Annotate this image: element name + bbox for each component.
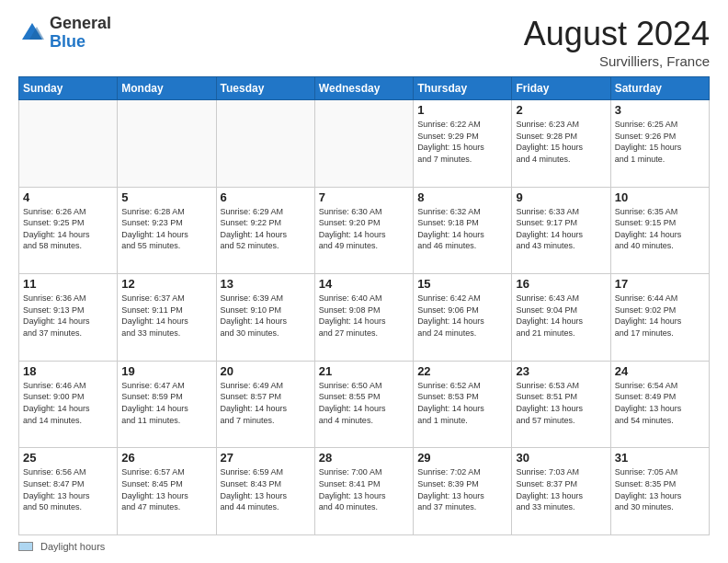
calendar-cell: 15Sunrise: 6:42 AM Sunset: 9:06 PM Dayli…	[414, 274, 512, 362]
calendar-cell: 11Sunrise: 6:36 AM Sunset: 9:13 PM Dayli…	[19, 274, 118, 362]
day-number: 14	[319, 277, 409, 291]
calendar-cell: 21Sunrise: 6:50 AM Sunset: 8:55 PM Dayli…	[314, 361, 413, 448]
day-info: Sunrise: 6:30 AM Sunset: 9:20 PM Dayligh…	[319, 206, 409, 252]
day-number: 26	[121, 451, 211, 465]
calendar-cell: 20Sunrise: 6:49 AM Sunset: 8:57 PM Dayli…	[216, 361, 314, 448]
day-number: 28	[319, 451, 409, 465]
logo-icon	[18, 19, 46, 47]
calendar-cell: 14Sunrise: 6:40 AM Sunset: 9:08 PM Dayli…	[314, 274, 413, 362]
day-info: Sunrise: 6:23 AM Sunset: 9:28 PM Dayligh…	[516, 119, 606, 165]
title-block: August 2024 Survilliers, France	[524, 15, 710, 69]
day-number: 21	[319, 364, 409, 378]
calendar-week-row: 11Sunrise: 6:36 AM Sunset: 9:13 PM Dayli…	[19, 274, 710, 362]
day-info: Sunrise: 6:22 AM Sunset: 9:29 PM Dayligh…	[417, 119, 507, 165]
calendar-day-header: Saturday	[610, 77, 709, 100]
day-number: 8	[417, 190, 507, 204]
day-info: Sunrise: 6:50 AM Sunset: 8:55 PM Dayligh…	[319, 380, 409, 426]
day-info: Sunrise: 6:49 AM Sunset: 8:57 PM Dayligh…	[221, 380, 311, 426]
day-number: 22	[417, 364, 507, 378]
calendar-cell: 10Sunrise: 6:35 AM Sunset: 9:15 PM Dayli…	[610, 187, 709, 274]
calendar-cell: 2Sunrise: 6:23 AM Sunset: 9:28 PM Daylig…	[512, 100, 610, 188]
calendar-week-row: 25Sunrise: 6:56 AM Sunset: 8:47 PM Dayli…	[19, 448, 710, 535]
calendar-cell: 18Sunrise: 6:46 AM Sunset: 9:00 PM Dayli…	[19, 361, 118, 448]
calendar-cell	[216, 100, 314, 188]
calendar-cell: 27Sunrise: 6:59 AM Sunset: 8:43 PM Dayli…	[216, 448, 314, 535]
calendar-cell: 24Sunrise: 6:54 AM Sunset: 8:49 PM Dayli…	[610, 361, 709, 448]
calendar-cell: 1Sunrise: 6:22 AM Sunset: 9:29 PM Daylig…	[414, 100, 512, 188]
day-info: Sunrise: 7:05 AM Sunset: 8:35 PM Dayligh…	[615, 466, 705, 512]
calendar-cell: 12Sunrise: 6:37 AM Sunset: 9:11 PM Dayli…	[118, 274, 216, 362]
calendar-cell: 4Sunrise: 6:26 AM Sunset: 9:25 PM Daylig…	[19, 187, 118, 274]
day-number: 4	[23, 190, 113, 204]
day-info: Sunrise: 6:46 AM Sunset: 9:00 PM Dayligh…	[23, 380, 113, 426]
day-number: 2	[516, 103, 606, 117]
calendar-cell: 29Sunrise: 7:02 AM Sunset: 8:39 PM Dayli…	[414, 448, 512, 535]
calendar-day-header: Sunday	[19, 77, 118, 100]
month-title: August 2024	[524, 15, 710, 53]
day-info: Sunrise: 6:47 AM Sunset: 8:59 PM Dayligh…	[121, 380, 211, 426]
day-number: 9	[516, 190, 606, 204]
calendar-cell: 17Sunrise: 6:44 AM Sunset: 9:02 PM Dayli…	[610, 274, 709, 362]
day-number: 1	[417, 103, 507, 117]
day-number: 17	[615, 277, 705, 291]
page: General Blue August 2024 Survilliers, Fr…	[0, 0, 728, 563]
day-number: 25	[23, 451, 113, 465]
calendar-cell: 5Sunrise: 6:28 AM Sunset: 9:23 PM Daylig…	[118, 187, 216, 274]
calendar-cell	[19, 100, 118, 188]
calendar-cell: 28Sunrise: 7:00 AM Sunset: 8:41 PM Dayli…	[314, 448, 413, 535]
day-number: 10	[615, 190, 705, 204]
calendar-cell: 22Sunrise: 6:52 AM Sunset: 8:53 PM Dayli…	[414, 361, 512, 448]
calendar-cell: 23Sunrise: 6:53 AM Sunset: 8:51 PM Dayli…	[512, 361, 610, 448]
calendar-cell: 30Sunrise: 7:03 AM Sunset: 8:37 PM Dayli…	[512, 448, 610, 535]
logo-general-text: General	[50, 15, 111, 33]
day-info: Sunrise: 6:52 AM Sunset: 8:53 PM Dayligh…	[417, 380, 507, 426]
day-info: Sunrise: 6:35 AM Sunset: 9:15 PM Dayligh…	[615, 206, 705, 252]
logo: General Blue	[18, 15, 111, 52]
day-info: Sunrise: 7:00 AM Sunset: 8:41 PM Dayligh…	[319, 466, 409, 512]
calendar-cell	[314, 100, 413, 188]
footer: Daylight hours	[18, 541, 710, 552]
calendar-cell: 13Sunrise: 6:39 AM Sunset: 9:10 PM Dayli…	[216, 274, 314, 362]
calendar-cell: 7Sunrise: 6:30 AM Sunset: 9:20 PM Daylig…	[314, 187, 413, 274]
calendar-day-header: Monday	[118, 77, 216, 100]
day-number: 27	[221, 451, 311, 465]
calendar-cell: 26Sunrise: 6:57 AM Sunset: 8:45 PM Dayli…	[118, 448, 216, 535]
calendar-week-row: 4Sunrise: 6:26 AM Sunset: 9:25 PM Daylig…	[19, 187, 710, 274]
day-number: 20	[221, 364, 311, 378]
calendar-cell: 16Sunrise: 6:43 AM Sunset: 9:04 PM Dayli…	[512, 274, 610, 362]
day-info: Sunrise: 6:56 AM Sunset: 8:47 PM Dayligh…	[23, 466, 113, 512]
calendar-cell: 9Sunrise: 6:33 AM Sunset: 9:17 PM Daylig…	[512, 187, 610, 274]
day-info: Sunrise: 7:02 AM Sunset: 8:39 PM Dayligh…	[417, 466, 507, 512]
calendar-day-header: Tuesday	[216, 77, 314, 100]
day-info: Sunrise: 6:36 AM Sunset: 9:13 PM Dayligh…	[23, 293, 113, 339]
day-info: Sunrise: 6:42 AM Sunset: 9:06 PM Dayligh…	[417, 293, 507, 339]
day-number: 18	[23, 364, 113, 378]
calendar-cell: 25Sunrise: 6:56 AM Sunset: 8:47 PM Dayli…	[19, 448, 118, 535]
day-number: 11	[23, 277, 113, 291]
calendar-day-header: Friday	[512, 77, 610, 100]
location: Survilliers, France	[524, 53, 710, 69]
day-info: Sunrise: 6:28 AM Sunset: 9:23 PM Dayligh…	[121, 206, 211, 252]
day-info: Sunrise: 6:26 AM Sunset: 9:25 PM Dayligh…	[23, 206, 113, 252]
calendar-table: SundayMondayTuesdayWednesdayThursdayFrid…	[18, 76, 710, 535]
day-info: Sunrise: 6:53 AM Sunset: 8:51 PM Dayligh…	[516, 380, 606, 426]
day-number: 6	[221, 190, 311, 204]
day-info: Sunrise: 6:59 AM Sunset: 8:43 PM Dayligh…	[221, 466, 311, 512]
header: General Blue August 2024 Survilliers, Fr…	[18, 15, 710, 69]
calendar-day-header: Thursday	[414, 77, 512, 100]
day-info: Sunrise: 6:29 AM Sunset: 9:22 PM Dayligh…	[221, 206, 311, 252]
day-number: 24	[615, 364, 705, 378]
day-number: 16	[516, 277, 606, 291]
logo-blue-text: Blue	[50, 33, 111, 52]
calendar-cell: 19Sunrise: 6:47 AM Sunset: 8:59 PM Dayli…	[118, 361, 216, 448]
day-info: Sunrise: 6:33 AM Sunset: 9:17 PM Dayligh…	[516, 206, 606, 252]
logo-text: General Blue	[50, 15, 111, 52]
day-info: Sunrise: 6:44 AM Sunset: 9:02 PM Dayligh…	[615, 293, 705, 339]
calendar-cell	[118, 100, 216, 188]
calendar-cell: 8Sunrise: 6:32 AM Sunset: 9:18 PM Daylig…	[414, 187, 512, 274]
day-number: 19	[121, 364, 211, 378]
day-info: Sunrise: 6:39 AM Sunset: 9:10 PM Dayligh…	[221, 293, 311, 339]
calendar-cell: 31Sunrise: 7:05 AM Sunset: 8:35 PM Dayli…	[610, 448, 709, 535]
day-info: Sunrise: 6:57 AM Sunset: 8:45 PM Dayligh…	[121, 466, 211, 512]
day-number: 3	[615, 103, 705, 117]
